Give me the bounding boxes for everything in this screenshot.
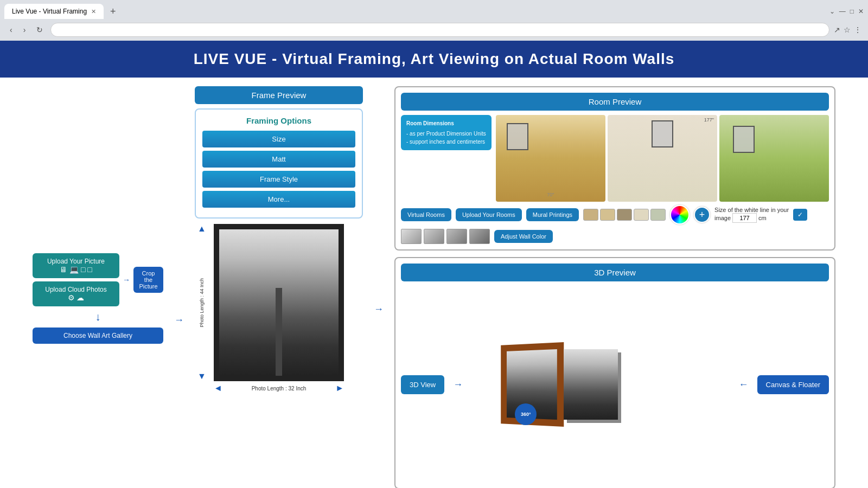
swatch-4[interactable] bbox=[634, 209, 649, 221]
matt-button[interactable]: Matt bbox=[202, 151, 355, 168]
virtual-rooms-button[interactable]: Virtual Rooms bbox=[401, 208, 451, 221]
photo-length-bottom-label: Photo Length : 32 Inch bbox=[252, 386, 307, 391]
swatch-2[interactable] bbox=[600, 209, 615, 221]
upload-cloud-label: Upload Cloud Photos bbox=[39, 286, 113, 293]
right-panel: Room Preview Room Dimensions - as per Pr… bbox=[394, 86, 835, 488]
nav-bar: ‹ › ↻ ↗ ☆ ⋮ bbox=[0, 20, 868, 40]
room-preview-header: Room Preview bbox=[401, 93, 829, 111]
frame-style-button[interactable]: Frame Style bbox=[202, 171, 355, 188]
page-content: LIVE VUE - Virtual Framing, Art Viewing … bbox=[0, 41, 868, 488]
upload-group: Upload Your Picture 🖥 💻 □ □ Upload Cloud… bbox=[33, 253, 163, 344]
measurement-label-1: 70" bbox=[547, 192, 554, 197]
canvas-3d-image bbox=[564, 349, 618, 420]
arrow-connector-crop: → bbox=[123, 275, 130, 284]
room-info-line1: - as per Product Dimension Units bbox=[406, 130, 486, 138]
address-bar[interactable] bbox=[50, 23, 829, 37]
new-tab-button[interactable]: + bbox=[106, 5, 120, 18]
crop-label: CropthePicture bbox=[139, 270, 157, 290]
tab-title: Live Vue - Virtual Framing bbox=[12, 8, 87, 15]
white-line-unit: cm bbox=[758, 215, 767, 221]
down-arrow: ▼ bbox=[197, 371, 206, 381]
frame-preview-header: Frame Preview bbox=[195, 86, 363, 104]
swatch-5[interactable] bbox=[650, 209, 666, 221]
white-line-input[interactable] bbox=[732, 213, 757, 223]
color-wheel[interactable] bbox=[670, 205, 690, 224]
choose-gallery-label: Choose Wall Art Gallery bbox=[63, 332, 132, 339]
room-image-3 bbox=[719, 115, 829, 202]
left-arrow: ◄ bbox=[214, 383, 222, 393]
upload-cloud-button[interactable]: Upload Cloud Photos ⚙ ☁ bbox=[33, 281, 119, 306]
city-photo-image bbox=[219, 229, 339, 376]
room-preview-section: Room Preview Room Dimensions - as per Pr… bbox=[394, 86, 835, 251]
room-image-1: 70" bbox=[496, 115, 605, 202]
thumb-2[interactable] bbox=[424, 229, 444, 244]
thumb-3[interactable] bbox=[446, 229, 467, 244]
frame-panel: Framing Options Size Matt Frame Style Mo… bbox=[195, 108, 363, 219]
main-layout: Upload Your Picture 🖥 💻 □ □ Upload Cloud… bbox=[0, 86, 868, 488]
mural-printings-button[interactable]: Mural Printings bbox=[526, 208, 579, 221]
arrow-connector-gallery: ↓ bbox=[33, 311, 163, 323]
room-info-line2: - support inches and centimeters bbox=[406, 138, 486, 146]
upload-rooms-button[interactable]: Upload Your Rooms bbox=[456, 208, 522, 221]
choose-gallery-button[interactable]: Choose Wall Art Gallery bbox=[33, 328, 163, 344]
preview-3d-section: 3D Preview 3D View → bbox=[394, 257, 835, 488]
room-info-box: Room Dimensions - as per Product Dimensi… bbox=[401, 115, 492, 150]
nav-actions: ↗ ☆ ⋮ bbox=[834, 25, 861, 34]
nav-refresh-button[interactable]: ↻ bbox=[33, 24, 46, 35]
measurement-label-2: 177" bbox=[704, 117, 714, 123]
photo-preview bbox=[214, 224, 344, 381]
minimize-btn[interactable]: — bbox=[839, 8, 846, 15]
plus-button[interactable]: + bbox=[694, 207, 710, 223]
swatch-1[interactable] bbox=[583, 209, 598, 221]
mid-to-right-arrow: → bbox=[374, 304, 384, 315]
size-button[interactable]: Size bbox=[202, 131, 355, 147]
nav-forward-button[interactable]: › bbox=[20, 24, 29, 35]
room-preview-title: Room Preview bbox=[589, 97, 642, 106]
canvas-3d-artwork bbox=[564, 349, 618, 420]
mid-right-connector: → bbox=[374, 86, 384, 488]
photo-with-ruler: ▲ Photo Length : 44 Inch ▼ bbox=[214, 224, 344, 381]
nav-back-button[interactable]: ‹ bbox=[7, 24, 16, 35]
bookmark-icon[interactable]: ☆ bbox=[844, 25, 851, 34]
room-frame-3 bbox=[733, 126, 755, 153]
upload-row: Upload Your Picture 🖥 💻 □ □ Upload Cloud… bbox=[33, 253, 163, 306]
preview-3d-content: 3D View → 360° bbox=[401, 286, 829, 483]
canvas-floater-button[interactable]: Canvas & Floater bbox=[757, 375, 829, 394]
page-title: LIVE VUE - Virtual Framing, Art Viewing … bbox=[194, 50, 675, 67]
tab-close-icon[interactable]: ✕ bbox=[91, 8, 96, 15]
adjust-wall-button[interactable]: Adjust Wall Color bbox=[494, 230, 553, 243]
vertical-ruler: ▲ Photo Length : 44 Inch ▼ bbox=[197, 224, 206, 381]
thumb-1[interactable] bbox=[401, 229, 422, 244]
upload-picture-button[interactable]: Upload Your Picture 🖥 💻 □ □ bbox=[33, 253, 119, 278]
badge-360-text: 360° bbox=[521, 412, 531, 417]
tab-menu: ⌄ — □ ✕ bbox=[829, 8, 864, 15]
left-panel: Upload Your Picture 🖥 💻 □ □ Upload Cloud… bbox=[33, 86, 163, 488]
photo-preview-area: ▲ Photo Length : 44 Inch ▼ ◄ Photo Lengt… bbox=[195, 224, 363, 393]
active-tab[interactable]: Live Vue - Virtual Framing ✕ bbox=[4, 4, 104, 19]
3d-arrow-1: → bbox=[453, 379, 463, 390]
tab-menu-down[interactable]: ⌄ bbox=[829, 8, 835, 15]
share-icon[interactable]: ↗ bbox=[834, 25, 840, 34]
room-controls: Virtual Rooms Upload Your Rooms Mural Pr… bbox=[401, 205, 829, 244]
photo-length-side-label: Photo Length : 44 Inch bbox=[199, 278, 205, 328]
close-btn[interactable]: ✕ bbox=[858, 8, 864, 15]
room-frame-2 bbox=[652, 120, 673, 147]
crop-box: CropthePicture bbox=[133, 267, 163, 293]
view-3d-button[interactable]: 3D View bbox=[401, 375, 444, 394]
up-arrow: ▲ bbox=[197, 224, 206, 234]
more-button[interactable]: More... bbox=[202, 191, 355, 208]
device-icons: 🖥 💻 □ □ bbox=[39, 265, 113, 274]
room-dimensions-title: Room Dimensions bbox=[406, 119, 486, 127]
menu-icon[interactable]: ⋮ bbox=[854, 25, 861, 34]
white-line-label: Size of the white line in your bbox=[714, 207, 789, 213]
swatch-3[interactable] bbox=[617, 209, 632, 221]
white-line-info: Size of the white line in your image cm bbox=[714, 207, 789, 223]
thumb-4[interactable] bbox=[469, 229, 490, 244]
maximize-btn[interactable]: □ bbox=[850, 8, 854, 15]
check-button[interactable]: ✓ bbox=[793, 209, 807, 221]
preview-3d-images: 360° bbox=[471, 344, 730, 425]
middle-panel: Frame Preview Framing Options Size Matt … bbox=[195, 86, 363, 488]
tab-bar: Live Vue - Virtual Framing ✕ + ⌄ — □ ✕ bbox=[0, 0, 868, 20]
white-line-label2: image bbox=[714, 215, 731, 221]
badge-360: 360° bbox=[515, 403, 537, 425]
